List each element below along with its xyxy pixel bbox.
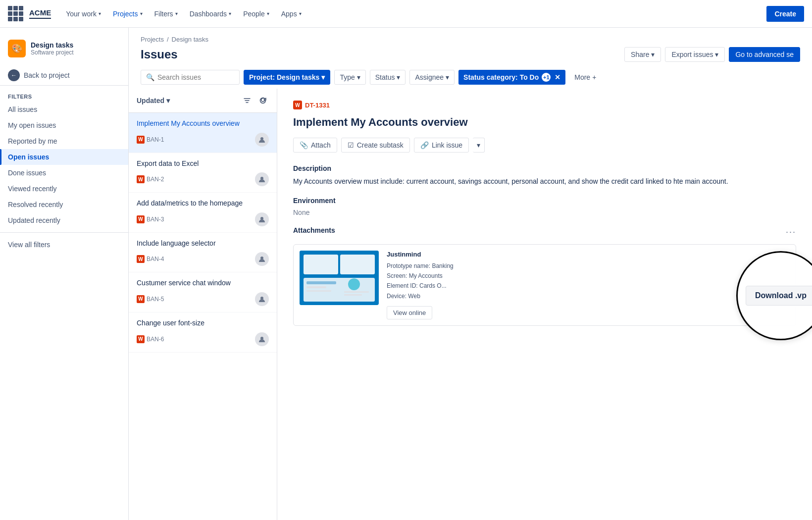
advanced-search-button[interactable]: Go to advanced se [729,47,800,62]
table-row[interactable]: Custumer service chat window W BAN-5 [129,272,277,312]
attachment-thumbnail [300,251,379,305]
avatar [255,212,269,226]
description-section: Description My Accounts overview must in… [293,164,796,187]
filter-close-icon[interactable]: ✕ [555,73,560,81]
project-type: Software project [31,49,74,56]
sidebar: 🎨 Design tasks Software project ← Back t… [0,28,129,520]
sidebar-item-my-open-issues[interactable]: My open issues [0,117,128,133]
table-row[interactable]: Export data to Excel W BAN-2 [129,153,277,193]
issue-id: W BAN-2 [137,175,164,183]
avatar [255,332,269,346]
attachment-buttons: View online [387,306,790,319]
back-arrow-icon: ← [8,69,20,81]
nav-item-your-work[interactable]: Your work ▾ [61,7,106,21]
nav-item-filters[interactable]: Filters ▾ [150,7,183,21]
issue-id: W BAN-1 [137,136,164,144]
more-options-icon[interactable]: ··· [786,227,796,237]
sidebar-item-all-issues[interactable]: All issues [0,102,128,117]
table-row[interactable]: Implement My Accounts overview W BAN-1 [129,113,277,153]
header-actions: Share ▾ Export issues ▾ Go to advanced s… [624,47,800,62]
svg-rect-14 [344,291,369,293]
top-nav: ACME Your work ▾ Projects ▾ Filters ▾ Da… [0,0,812,28]
chevron-down-icon: ▾ [715,51,718,58]
chevron-down-icon: ▾ [357,73,360,81]
description-label: Description [293,164,796,172]
sidebar-item-viewed-recently[interactable]: Viewed recently [0,181,128,197]
attachment-source: Justinmind [387,251,790,258]
search-box[interactable]: 🔍 [141,70,240,85]
sort-button[interactable]: Updated ▾ [137,97,170,104]
app-switcher-icon[interactable] [8,6,23,21]
svg-rect-7 [304,255,338,274]
attachment-info: Justinmind Prototype name: Banking Scree… [387,251,790,320]
nav-item-projects[interactable]: Projects ▾ [108,7,148,21]
sidebar-item-updated-recently[interactable]: Updated recently [0,212,128,228]
share-button[interactable]: Share ▾ [624,47,661,62]
chevron-down-icon: ▾ [229,11,231,16]
table-row[interactable]: Add data/metrics to the homepage W BAN-3 [129,193,277,233]
issue-type-icon: W [137,335,145,343]
attachment-card: Justinmind Prototype name: Banking Scree… [293,244,796,326]
link-issue-button[interactable]: 🔗 Link issue [414,138,469,153]
breadcrumb-projects[interactable]: Projects [141,36,164,43]
table-row[interactable]: Change user font-size W BAN-6 [129,312,277,353]
status-filter-button[interactable]: Status ▾ [370,70,406,85]
view-all-filters-link[interactable]: View all filters [0,237,128,253]
download-vp-button[interactable]: Download .vp [746,286,812,306]
sidebar-item-reported-by-me[interactable]: Reported by me [0,133,128,149]
avatar [255,133,269,147]
search-icon: 🔍 [146,73,154,81]
page-layout: 🎨 Design tasks Software project ← Back t… [0,28,812,520]
filters-section-title: Filters [0,90,128,102]
project-header: 🎨 Design tasks Software project [0,36,128,65]
more-actions-button[interactable]: ▾ [473,138,485,153]
assignee-filter-button[interactable]: Assignee ▾ [409,70,455,85]
search-input[interactable] [157,73,234,81]
sidebar-item-resolved-recently[interactable]: Resolved recently [0,197,128,212]
issue-detail-id: W DT-1331 [293,101,796,109]
chevron-down-icon: ▾ [299,11,302,16]
chevron-down-icon: ▾ [140,11,143,16]
issue-meta: W BAN-1 [137,133,269,147]
sort-order-icon[interactable] [241,95,253,106]
chevron-down-icon: ▾ [321,73,325,81]
nav-item-dashboards[interactable]: Dashboards ▾ [185,7,237,21]
main-content: Projects / Design tasks Issues Share ▾ E… [129,28,812,520]
issue-title: Add data/metrics to the homepage [137,199,269,208]
content-area: Updated ▾ [129,89,812,520]
svg-point-13 [348,278,360,290]
issue-type-icon: W [137,175,145,183]
refresh-icon[interactable] [257,95,269,106]
create-button[interactable]: Create [766,6,804,22]
attachments-section: Attachments ··· [293,226,796,326]
attach-button[interactable]: 📎 Attach [293,138,337,153]
sidebar-item-open-issues[interactable]: Open issues [0,149,128,165]
issue-id: W BAN-3 [137,215,164,223]
breadcrumb-design-tasks[interactable]: Design tasks [172,36,208,43]
project-filter-button[interactable]: Project: Design tasks ▾ [244,70,330,85]
nav-logo[interactable]: ACME [29,8,51,19]
type-filter-button[interactable]: Type ▾ [334,70,365,85]
thumbnail-image [300,251,379,305]
link-icon: 🔗 [420,141,429,149]
back-to-project-link[interactable]: ← Back to project [0,65,128,86]
avatar [255,172,269,186]
nav-item-apps[interactable]: Apps ▾ [276,7,306,21]
nav-item-people[interactable]: People ▾ [238,7,274,21]
project-icon: 🎨 [8,40,26,57]
svg-rect-8 [340,255,375,274]
sidebar-item-done-issues[interactable]: Done issues [0,165,128,181]
breadcrumb: Projects / Design tasks [141,36,800,43]
environment-label: Environment [293,197,796,205]
create-subtask-button[interactable]: ☑ Create subtask [341,138,410,153]
issue-meta: W BAN-3 [137,212,269,226]
issue-detail-title: Implement My Accounts overview [293,115,796,130]
issue-id: W BAN-5 [137,295,164,303]
more-button[interactable]: More + [569,70,601,84]
screen-name: Screen: My Accounts [387,271,790,281]
view-online-button[interactable]: View online [387,306,432,319]
issue-meta: W BAN-6 [137,332,269,346]
export-issues-button[interactable]: Export issues ▾ [665,47,725,62]
issue-list: Updated ▾ [129,89,277,520]
table-row[interactable]: Include language selector W BAN-4 [129,233,277,273]
